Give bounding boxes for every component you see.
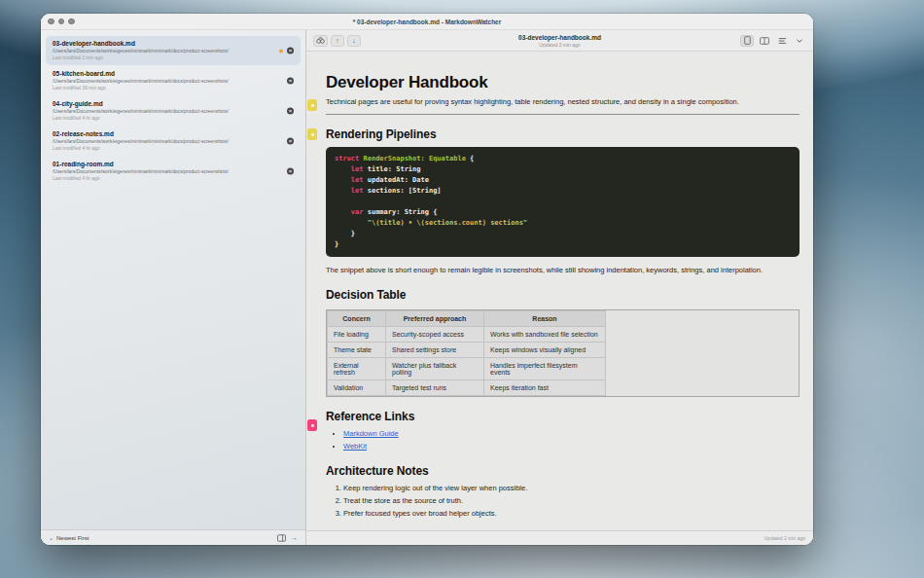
table-cell: Shared settings store: [386, 343, 484, 358]
toolbar-updated-label: Updated 2 min ago: [306, 42, 813, 48]
table-row: Theme state Shared settings store Keeps …: [328, 343, 606, 358]
toggle-sidebar-icon[interactable]: [277, 534, 286, 542]
list-item: Treat the store as the source of truth.: [343, 496, 800, 506]
table-cell: Keeps iteration fast: [484, 380, 606, 396]
scroll-up-button[interactable]: ↑: [331, 35, 344, 47]
page-title: Developer Handbook: [326, 73, 800, 92]
remove-file-icon[interactable]: ×: [287, 168, 294, 175]
binoculars-icon: [316, 37, 325, 44]
file-modified: Last modified 4 hr ago: [53, 115, 277, 122]
file-sidebar: 03-developer-handbook.md /Users/lars/Doc…: [41, 30, 306, 545]
sidebar-footer: ⌄ Newest First →: [41, 529, 305, 545]
divider: [326, 114, 800, 115]
window-titlebar: * 03-developer-handbook.md - MarkdownWat…: [41, 14, 813, 30]
table-cell: Targeted test runs: [386, 380, 484, 396]
outline-view-button[interactable]: [775, 35, 789, 47]
sidebar-item-reading-room[interactable]: 01-reading-room.md /Users/lars/Documents…: [46, 157, 301, 186]
chevron-down-icon: [796, 38, 803, 44]
code-block: struct RenderSnapshot: Equatable { let t…: [326, 147, 800, 257]
preview-toolbar: ↑ ↓ 03-developer-handbook.md Updated 2 m…: [306, 30, 813, 52]
sort-order-button[interactable]: Newest First: [56, 535, 89, 541]
table-cell: Validation: [328, 380, 386, 396]
file-name: 01-reading-room.md: [53, 160, 277, 168]
file-list: 03-developer-handbook.md /Users/lars/Doc…: [41, 30, 305, 529]
preview-pane: ↑ ↓ 03-developer-handbook.md Updated 2 m…: [306, 30, 813, 545]
file-modified: Last modified 2 min ago: [53, 54, 277, 61]
table-cell: Handles imperfect filesystem events: [484, 358, 606, 380]
toolbar-document-title: 03-developer-handbook.md: [306, 34, 813, 42]
column-header: Reason: [484, 311, 606, 327]
table-row: External refresh Watcher plus fallback p…: [328, 358, 606, 380]
sidebar-item-developer-handbook[interactable]: 03-developer-handbook.md /Users/lars/Doc…: [46, 36, 301, 65]
webkit-link[interactable]: WebKit: [343, 442, 367, 451]
section-heading-notes: Architecture Notes: [326, 464, 800, 478]
remove-file-icon[interactable]: ×: [287, 108, 294, 115]
remove-file-icon[interactable]: ×: [287, 78, 294, 85]
list-item: Keep rendering logic out of the view lay…: [343, 484, 800, 493]
modified-dot-icon: [279, 49, 283, 53]
table-cell: Watcher plus fallback polling: [386, 358, 484, 380]
file-name: 03-developer-handbook.md: [53, 39, 277, 48]
document-icon: [744, 36, 751, 45]
arrow-right-icon[interactable]: →: [291, 534, 298, 542]
remove-file-icon[interactable]: ×: [287, 48, 294, 54]
window-title: * 03-developer-handbook.md - MarkdownWat…: [41, 18, 813, 25]
code-caption: The snippet above is short enough to rem…: [326, 266, 800, 275]
intro-paragraph: Technical pages are useful for proving s…: [326, 97, 800, 107]
find-button[interactable]: [313, 35, 328, 47]
table-cell: Works with sandboxed file selection: [484, 327, 606, 343]
list-item: Prefer focused types over broad helper o…: [343, 509, 800, 519]
change-badge-icon: [307, 128, 317, 140]
more-options-button[interactable]: [793, 35, 806, 47]
column-header: Preferred approach: [386, 311, 484, 327]
table-cell: Theme state: [328, 343, 386, 358]
status-updated-label: Updated 2 min ago: [764, 535, 805, 541]
file-name: 04-city-guide.md: [53, 99, 277, 108]
file-modified: Last modified 4 hr ago: [53, 145, 277, 152]
file-path: /Users/lars/Documents/work/eigenes/minim…: [53, 168, 277, 175]
sidebar-item-release-notes[interactable]: 02-release-notes.md /Users/lars/Document…: [46, 126, 301, 156]
text-lines-icon: [778, 37, 787, 45]
file-modified: Last modified 4 hr ago: [53, 175, 277, 182]
table-row: File loading Security-scoped access Work…: [328, 327, 606, 343]
section-heading-links: Reference Links: [326, 410, 800, 423]
app-window: * 03-developer-handbook.md - MarkdownWat…: [41, 14, 813, 545]
table-header-row: Concern Preferred approach Reason: [328, 311, 606, 327]
table-cell: Keeps windows visually aligned: [484, 343, 606, 358]
arrow-up-icon: ↑: [336, 37, 339, 44]
toolbar-title-group: 03-developer-handbook.md Updated 2 min a…: [306, 34, 813, 48]
file-path: /Users/lars/Documents/work/eigenes/minim…: [53, 108, 277, 115]
desktop: { "titlebar": { "title": "* 03-developer…: [0, 0, 924, 578]
file-path: /Users/lars/Documents/work/eigenes/minim…: [53, 48, 277, 54]
change-badge-icon: [307, 99, 317, 111]
arrow-down-icon: ↓: [352, 37, 356, 44]
added-badge-icon: [307, 419, 317, 431]
sidebar-item-kitchen-board[interactable]: 05-kitchen-board.md /Users/lars/Document…: [46, 66, 301, 95]
two-columns-icon: [760, 37, 769, 45]
scroll-down-button[interactable]: ↓: [347, 35, 361, 47]
section-heading-table: Decision Table: [326, 288, 800, 302]
table-row: Validation Targeted test runs Keeps iter…: [328, 380, 606, 396]
column-header: Concern: [328, 311, 386, 327]
decision-table-container: Concern Preferred approach Reason File l…: [326, 309, 800, 397]
list-item: Markdown Guide: [343, 429, 800, 439]
file-name: 02-release-notes.md: [53, 129, 277, 138]
rendered-markdown: Developer Handbook Technical pages are u…: [306, 52, 813, 530]
chevron-down-icon: ⌄: [49, 534, 53, 541]
markdown-guide-link[interactable]: Markdown Guide: [343, 429, 399, 438]
architecture-notes-list: Keep rendering logic out of the view lay…: [326, 484, 800, 519]
file-name: 05-kitchen-board.md: [53, 69, 277, 78]
decision-table: Concern Preferred approach Reason File l…: [327, 310, 606, 396]
sidebar-item-city-guide[interactable]: 04-city-guide.md /Users/lars/Documents/w…: [46, 96, 301, 126]
table-cell: Security-scoped access: [386, 327, 484, 343]
file-path: /Users/lars/Documents/work/eigenes/minim…: [53, 138, 277, 145]
list-item: WebKit: [343, 442, 800, 452]
table-cell: External refresh: [328, 358, 386, 380]
file-modified: Last modified 39 min ago: [53, 85, 277, 91]
status-bar: Updated 2 min ago: [306, 530, 813, 545]
reference-links-list: Markdown Guide WebKit: [326, 429, 800, 452]
split-view-button[interactable]: [758, 35, 771, 47]
remove-file-icon[interactable]: ×: [287, 138, 294, 145]
section-heading-pipelines: Rendering Pipelines: [326, 127, 800, 141]
document-view-button[interactable]: [740, 35, 754, 47]
